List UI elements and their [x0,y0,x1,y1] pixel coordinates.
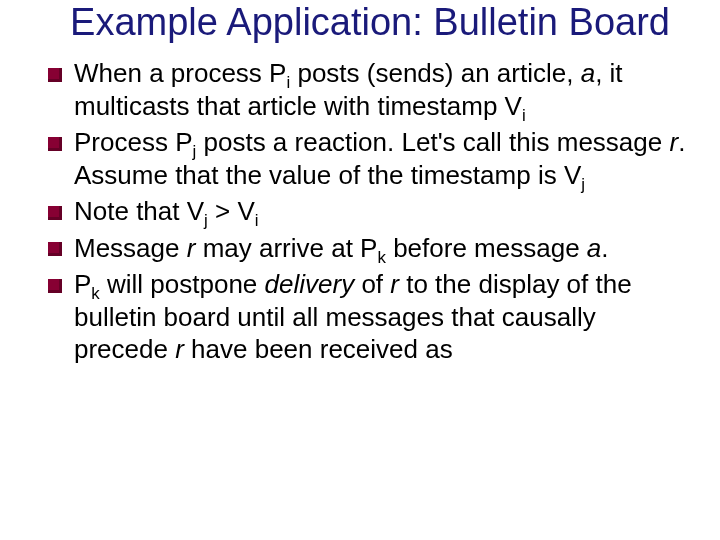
text: may arrive at P [195,233,377,263]
text: When a process P [74,58,286,88]
bullet-list: When a process Pi posts (sends) an artic… [48,57,692,366]
text: P [74,269,91,299]
text: have been received as [184,334,453,364]
slide: Example Application: Bulletin Board When… [0,2,720,540]
text: before message [386,233,587,263]
subscript: i [522,106,526,125]
subscript: i [255,211,259,230]
list-item: When a process Pi posts (sends) an artic… [48,57,692,122]
text: Message [74,233,187,263]
list-item: Process Pj posts a reaction. Let's call … [48,126,692,191]
italic-text: a [581,58,595,88]
italic-text: delivery [265,269,355,299]
text: . [601,233,608,263]
subscript: j [581,175,585,194]
italic-text: r [669,127,678,157]
subscript: k [91,284,99,303]
slide-title: Example Application: Bulletin Board [48,2,692,43]
list-item: Message r may arrive at Pk before messag… [48,232,692,265]
list-item: Note that Vj > Vi [48,195,692,228]
list-item: Pk will postpone delivery of r to the di… [48,268,692,366]
text: > V [208,196,255,226]
text: posts (sends) an article, [290,58,580,88]
italic-text: a [587,233,601,263]
text: Process P [74,127,193,157]
text: of [354,269,390,299]
italic-text: r [175,334,184,364]
italic-text: r [390,269,399,299]
text: will postpone [100,269,265,299]
text: Note that V [74,196,204,226]
subscript: k [377,248,385,267]
text: posts a reaction. Let's call this messag… [196,127,669,157]
